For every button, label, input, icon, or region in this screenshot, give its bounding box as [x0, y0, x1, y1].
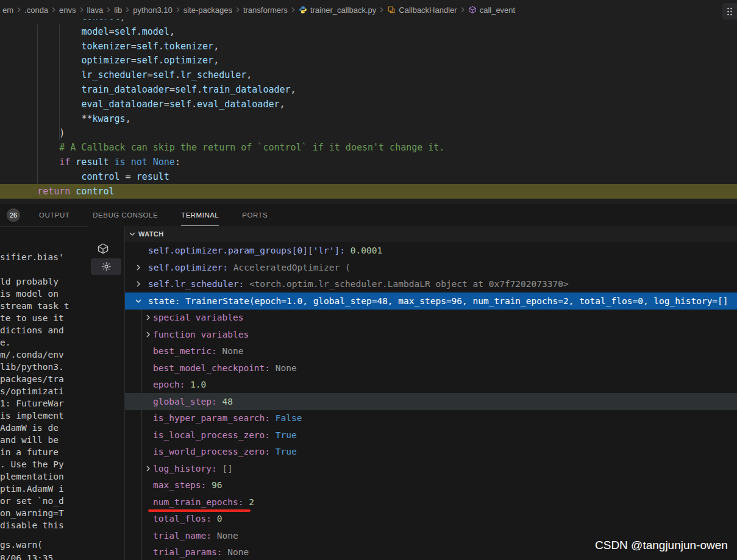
code-line[interactable]: # A Callback can skip the return of `con…: [0, 140, 737, 155]
watch-variable-value: 0.0001: [351, 246, 382, 255]
watch-rows: self.optimizer.param_groups[0]['lr']: 0.…: [125, 242, 737, 560]
watch-variable-name: is_local_process_zero:: [153, 430, 270, 440]
breadcrumb-item--conda[interactable]: .conda: [24, 5, 48, 15]
watermark-text: CSDN @tangjunjun-owen: [595, 539, 728, 552]
breadcrumb-item-label: lib: [114, 5, 122, 15]
breadcrumb-item-call-event[interactable]: call_event: [468, 5, 516, 15]
panel-tab-terminal[interactable]: TERMINAL: [181, 204, 219, 226]
terminal-output-line: 8/06 13:35: [0, 552, 53, 560]
watch-row[interactable]: global_step: 48: [125, 393, 737, 410]
watch-row[interactable]: num_train_epochs: 2: [125, 494, 737, 511]
chevron-down-icon: [127, 229, 137, 239]
breadcrumb-item-transformers[interactable]: transformers: [243, 5, 288, 15]
watch-variable-value: 0: [217, 514, 223, 523]
watch-variable-value: True: [276, 430, 297, 440]
terminal-output-line: ld probably: [0, 275, 59, 288]
chevron-right-icon: [104, 5, 113, 14]
terminal-tabs-strip: [88, 226, 125, 560]
breadcrumb-item-label: call_event: [480, 5, 516, 15]
watch-variable-value: None: [276, 363, 297, 373]
breadcrumb-item-label: python3.10: [133, 5, 172, 15]
watch-row[interactable]: is_world_process_zero: True: [125, 443, 737, 460]
chevron-right-icon[interactable]: [143, 330, 153, 339]
breadcrumb-item-label: transformers: [243, 5, 288, 15]
watch-row[interactable]: self.optimizer.param_groups[0]['lr']: 0.…: [125, 242, 737, 259]
watch-row[interactable]: epoch: 1.0: [125, 376, 737, 393]
chevron-right-icon: [458, 5, 467, 14]
breadcrumb-item-envs[interactable]: envs: [59, 5, 76, 15]
breadcrumb-item-callbackhandler[interactable]: CallbackHandler: [387, 5, 457, 15]
terminal-output-line: disable this: [0, 519, 64, 531]
terminal-output-line: gs.warn(: [0, 539, 43, 551]
watch-row[interactable]: max_steps: 96: [125, 477, 737, 494]
terminal-output-line: is implement: [0, 409, 64, 422]
watch-variable-name: total_flos:: [153, 514, 212, 523]
terminal-output-line: sifier.bias': [0, 251, 64, 263]
watch-variable-value: TrainerState(epoch=1.0, global_step=48, …: [185, 296, 728, 306]
watch-variable-name: function variables: [153, 330, 249, 339]
problems-count-badge: 26: [7, 208, 20, 222]
code-line[interactable]: control = result: [0, 169, 737, 184]
watch-variable-name: self.optimizer:: [148, 263, 228, 272]
watch-row[interactable]: is_hyper_param_search: False: [125, 409, 737, 427]
cube-icon[interactable]: [97, 243, 109, 255]
watch-variable-name: self.optimizer.param_groups[0]['lr']:: [148, 246, 345, 255]
code-editor[interactable]: control, model=self.model, tokenizer=sel…: [0, 19, 737, 204]
debug-console-tab[interactable]: [91, 258, 121, 275]
breadcrumb-item-site-packages[interactable]: site-packages: [183, 5, 232, 15]
code-line[interactable]: optimizer=self.optimizer,: [0, 53, 737, 68]
code-line[interactable]: control,: [0, 19, 737, 24]
chevron-right-icon: [77, 5, 86, 14]
code-line[interactable]: tokenizer=self.tokenizer,: [0, 39, 737, 54]
code-line[interactable]: ): [0, 126, 737, 140]
watch-section-header[interactable]: WATCH: [125, 226, 737, 242]
chevron-right-icon: [15, 5, 23, 14]
watch-row[interactable]: total_flos: 0: [125, 510, 737, 527]
breadcrumb-item-em[interactable]: em: [2, 5, 13, 15]
terminal-output-line: 1: FutureWar: [0, 397, 64, 409]
watch-row[interactable]: is_local_process_zero: True: [125, 427, 737, 444]
breadcrumb-item-trainer-callback-py[interactable]: trainer_callback.py: [299, 5, 376, 15]
code-line[interactable]: model=self.model,: [0, 24, 737, 39]
chevron-right-icon[interactable]: [134, 263, 143, 272]
code-line[interactable]: train_dataloader=self.train_dataloader,: [0, 82, 737, 97]
watch-variable-value: <torch.optim.lr_scheduler.LambdaLR objec…: [249, 279, 569, 289]
watch-row[interactable]: special variables: [125, 309, 737, 326]
chevron-right-icon[interactable]: [143, 464, 153, 473]
panel-tab-debug-console[interactable]: DEBUG CONSOLE: [93, 204, 158, 226]
watch-row[interactable]: log_history: []: [125, 460, 737, 477]
panel-tab-ports[interactable]: PORTS: [242, 204, 268, 226]
breadcrumb-item-lib[interactable]: lib: [114, 5, 122, 15]
watch-variable-name: log_history:: [153, 464, 217, 473]
chevron-right-icon: [174, 5, 182, 14]
breadcrumb-item-llava[interactable]: llava: [87, 5, 104, 15]
code-line-highlighted[interactable]: return control: [0, 184, 737, 199]
chevron-down-icon[interactable]: [134, 296, 143, 306]
breadcrumb-item-python3-10[interactable]: python3.10: [133, 5, 172, 15]
watch-variable-name: num_train_epochs:: [153, 497, 243, 507]
code-line[interactable]: lr_scheduler=self.lr_scheduler,: [0, 68, 737, 82]
watch-row[interactable]: self.optimizer: AcceleratedOptimizer (: [125, 259, 737, 276]
class-icon: [387, 5, 396, 14]
watch-variable-name: epoch:: [153, 380, 185, 389]
watch-row[interactable]: self.lr_scheduler: <torch.optim.lr_sched…: [125, 275, 737, 292]
code-line[interactable]: eval_dataloader=self.eval_dataloader,: [0, 97, 737, 112]
code-line[interactable]: **kwargs,: [0, 112, 737, 126]
chevron-right-icon: [49, 5, 58, 14]
breadcrumb-item-label: CallbackHandler: [399, 5, 457, 15]
watch-variable-name: state:: [148, 296, 180, 306]
watch-row[interactable]: function variables: [125, 326, 737, 343]
watch-row[interactable]: best_metric: None: [125, 342, 737, 360]
chevron-right-icon[interactable]: [134, 279, 143, 289]
watch-row[interactable]: best_model_checkpoint: None: [125, 360, 737, 377]
watch-row[interactable]: state: TrainerState(epoch=1.0, global_st…: [125, 292, 737, 310]
code-line[interactable]: if result is not None:: [0, 155, 737, 169]
watch-variable-value: 96: [212, 480, 222, 490]
chevron-right-icon[interactable]: [143, 313, 153, 322]
terminal-output-line: e.: [0, 336, 10, 349]
terminal-output-line: AdamW is de: [0, 422, 59, 434]
panel-tab-output[interactable]: OUTPUT: [39, 204, 69, 226]
terminal-output-line: . Use the Py: [0, 458, 64, 470]
panel-actions-button[interactable]: [722, 3, 737, 20]
terminal-output-line: and will be: [0, 434, 59, 446]
